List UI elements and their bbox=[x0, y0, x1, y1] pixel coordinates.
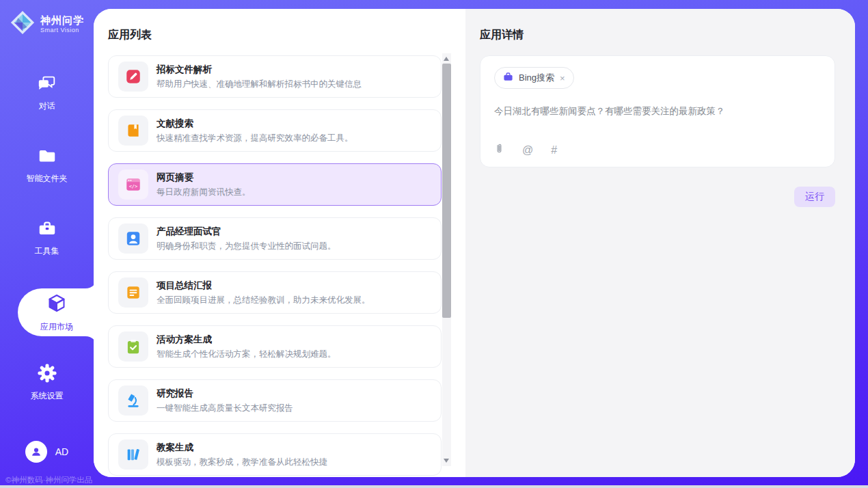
list-scrollbar[interactable] bbox=[442, 53, 451, 466]
sidebar-item-label: 系统设置 bbox=[31, 390, 64, 402]
bottom-edge-strip bbox=[0, 485, 868, 488]
app-card-desc: 全面回顾项目进展，总结经验教训，助力未来优化发展。 bbox=[157, 295, 370, 306]
diamond-logo-icon bbox=[10, 10, 36, 38]
chip-close-icon[interactable]: × bbox=[560, 74, 565, 83]
sidebar-item-folders[interactable]: 智能文件夹 bbox=[0, 144, 94, 186]
app-card-title: 研究报告 bbox=[157, 388, 293, 400]
microscope-icon bbox=[118, 385, 148, 416]
app-card[interactable]: 产品经理面试官 明确身份和职责，为您提供专业性的面试问题。 bbox=[108, 217, 442, 260]
app-card-desc: 快速精准查找学术资源，提高研究效率的必备工具。 bbox=[157, 133, 353, 144]
app-card-title: 活动方案生成 bbox=[157, 334, 336, 346]
folder-icon bbox=[37, 146, 57, 169]
sidebar: 神州问学 Smart Vision 对话 智能文件夹 工具集 应用市场 系统设置… bbox=[0, 0, 94, 485]
attach-toolbar: @ # bbox=[494, 143, 557, 157]
books-icon bbox=[118, 439, 148, 470]
app-card[interactable]: 研究报告 一键智能生成高质量长文本研究报告 bbox=[108, 379, 442, 422]
user-initials: AD bbox=[55, 446, 68, 457]
brand-subtitle: Smart Vision bbox=[40, 27, 84, 33]
app-card-list: 招标文件解析 帮助用户快速、准确地理解和解析招标书中的关键信息 文献搜索 快速精… bbox=[108, 55, 442, 477]
app-list-pane: 应用列表 招标文件解析 帮助用户快速、准确地理解和解析招标书中的关键信息 文献搜… bbox=[94, 9, 465, 477]
app-card[interactable]: 项目总结汇报 全面回顾项目进展，总结经验教训，助力未来优化发展。 bbox=[108, 271, 442, 314]
app-card-title: 文献搜索 bbox=[157, 118, 353, 130]
sidebar-item-label: 工具集 bbox=[35, 245, 59, 257]
sidebar-item-app-market[interactable]: 应用市场 bbox=[18, 288, 96, 336]
user-avatar-icon[interactable] bbox=[25, 441, 47, 463]
run-button[interactable]: 运行 bbox=[794, 187, 835, 207]
chat-icon bbox=[37, 73, 57, 96]
svg-text:</>: </> bbox=[129, 183, 138, 189]
sidebar-item-tools[interactable]: 工具集 bbox=[0, 216, 94, 258]
tool-chip-label: Bing搜索 bbox=[519, 72, 554, 84]
app-card-title: 项目总结汇报 bbox=[157, 280, 370, 292]
brand-name: 神州问学 bbox=[40, 14, 84, 27]
app-card-desc: 明确身份和职责，为您提供专业性的面试问题。 bbox=[157, 241, 336, 252]
sidebar-item-chat[interactable]: 对话 bbox=[0, 71, 94, 113]
app-card[interactable]: 活动方案生成 智能生成个性化活动方案，轻松解决规划难题。 bbox=[108, 325, 442, 368]
toolbox-icon bbox=[37, 218, 57, 241]
app-card-desc: 模板驱动，教案秒成，教学准备从此轻松快捷 bbox=[157, 457, 327, 468]
copyright-footer: ©神州数码·神州问学出品 bbox=[5, 475, 92, 485]
app-list-title: 应用列表 bbox=[108, 28, 451, 42]
scrollbar-thumb[interactable] bbox=[442, 64, 451, 318]
hash-icon[interactable]: # bbox=[551, 144, 557, 157]
sidebar-item-settings[interactable]: 系统设置 bbox=[0, 361, 94, 403]
app-card-desc: 帮助用户快速、准确地理解和解析招标书中的关键信息 bbox=[157, 79, 362, 90]
app-card-title: 招标文件解析 bbox=[157, 64, 362, 76]
scroll-up-arrow-icon[interactable] bbox=[444, 57, 449, 61]
sidebar-item-label: 智能文件夹 bbox=[27, 173, 68, 185]
brand-logo: 神州问学 Smart Vision bbox=[0, 0, 94, 38]
sidebar-item-label: 应用市场 bbox=[40, 321, 73, 333]
mention-icon[interactable]: @ bbox=[522, 144, 533, 157]
user-row[interactable]: AD bbox=[0, 441, 94, 463]
app-card-title: 教案生成 bbox=[157, 442, 327, 454]
app-window: 神州问学 Smart Vision 对话 智能文件夹 工具集 应用市场 系统设置… bbox=[0, 0, 868, 488]
book-icon bbox=[118, 116, 148, 146]
report-note-icon bbox=[118, 277, 148, 308]
sidebar-item-label: 对话 bbox=[39, 100, 55, 112]
webpage-icon: </> bbox=[118, 170, 148, 200]
brand-text: 神州问学 Smart Vision bbox=[40, 14, 84, 33]
app-detail-pane: 应用详情 Bing搜索 × 今日湖北有哪些新闻要点？有哪些需要关注的最新政策？ bbox=[465, 9, 855, 477]
app-card-title: 产品经理面试官 bbox=[157, 226, 336, 238]
briefcase-icon bbox=[503, 72, 513, 85]
attachment-icon[interactable] bbox=[494, 143, 504, 157]
bid-doc-icon bbox=[118, 62, 148, 92]
content-panel: 应用列表 招标文件解析 帮助用户快速、准确地理解和解析招标书中的关键信息 文献搜… bbox=[94, 9, 855, 477]
app-card[interactable]: 文献搜索 快速精准查找学术资源，提高研究效率的必备工具。 bbox=[108, 109, 442, 152]
app-card[interactable]: 招标文件解析 帮助用户快速、准确地理解和解析招标书中的关键信息 bbox=[108, 55, 442, 98]
interviewer-icon bbox=[118, 223, 148, 254]
scroll-down-arrow-icon[interactable] bbox=[444, 459, 449, 463]
app-card-desc: 每日政府新闻资讯快查。 bbox=[157, 187, 251, 198]
gear-icon bbox=[37, 363, 57, 386]
app-card-desc: 一键智能生成高质量长文本研究报告 bbox=[157, 403, 293, 414]
cube-icon bbox=[46, 293, 68, 317]
sidebar-nav: 对话 智能文件夹 工具集 应用市场 系统设置 bbox=[0, 71, 94, 433]
app-card-title: 网页摘要 bbox=[157, 172, 251, 184]
app-card-desc: 智能生成个性化活动方案，轻松解决规划难题。 bbox=[157, 349, 336, 360]
run-row: 运行 bbox=[480, 187, 835, 207]
clipboard-check-icon bbox=[118, 331, 148, 362]
app-detail-title: 应用详情 bbox=[480, 28, 835, 42]
prompt-card: Bing搜索 × 今日湖北有哪些新闻要点？有哪些需要关注的最新政策？ @ # bbox=[480, 55, 835, 167]
tool-chip-bing-search[interactable]: Bing搜索 × bbox=[494, 67, 574, 89]
app-card[interactable]: </> 网页摘要 每日政府新闻资讯快查。 bbox=[108, 163, 442, 206]
prompt-text-input[interactable]: 今日湖北有哪些新闻要点？有哪些需要关注的最新政策？ bbox=[494, 105, 821, 118]
app-card[interactable]: 教案生成 模板驱动，教案秒成，教学准备从此轻松快捷 bbox=[108, 433, 442, 476]
